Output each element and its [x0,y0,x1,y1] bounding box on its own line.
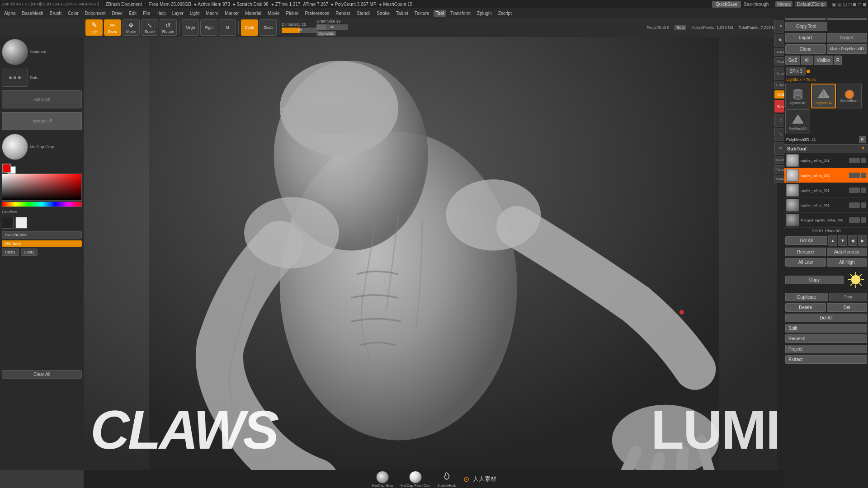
menu-layer[interactable]: Layer [170,10,186,17]
menu-zplugin[interactable]: Zplugin [475,10,494,17]
auto-reorder-btn[interactable]: AutoReorder [827,248,868,256]
draw-size-slider[interactable]: 19 [316,24,348,30]
tiny-btn1[interactable]: Tmp [829,293,868,301]
zsub-btn[interactable]: Zsub [259,19,277,36]
scale-btn[interactable]: ⤡ Scale [141,19,158,36]
menu-stencil[interactable]: Stencil [354,10,373,17]
draw-btn[interactable]: ✏ Draw [104,19,121,36]
hue-slider[interactable] [2,202,82,207]
list-all-btn[interactable]: List All [785,236,827,245]
menus-btn[interactable]: Menus [775,1,793,7]
matcap-pearl-cav-preview[interactable]: MatCap Pearl Cav [401,471,430,488]
matcap-gray-preview[interactable]: MatCap Gray [372,471,393,488]
visible-btn[interactable]: Visible [814,56,833,65]
menu-zscript[interactable]: Zscript [496,10,514,17]
subtool-item-1[interactable]: raptile_refine_001 [784,153,868,168]
del-all-btn[interactable]: Del All [785,314,867,322]
move-btn[interactable]: ✥ Move [123,19,140,36]
menu-edit[interactable]: Edit [127,10,139,17]
import-btn[interactable]: Import [785,33,826,42]
gradient-swatch-1[interactable] [2,217,14,229]
menu-material[interactable]: Material [243,10,264,17]
rename-btn[interactable]: Rename [785,248,826,256]
goz-btn[interactable]: GoZ [785,56,800,65]
best-btn[interactable]: Best [675,25,686,30]
arrow-down-btn[interactable]: ▼ [838,235,847,246]
matcap-preview[interactable] [2,134,28,160]
arrow-left-btn[interactable]: ◀ [848,235,857,246]
light-icon[interactable] [844,268,867,291]
menu-file[interactable]: File [141,10,152,17]
r-btn2[interactable]: R [859,136,867,143]
cylinder3d-thumb[interactable]: Cylinder3D [785,84,810,108]
default-zscript-btn[interactable]: DefaultZScript [795,1,827,7]
quick-save-btn[interactable]: QuickSave [712,1,741,8]
menu-movie[interactable]: Movie [265,10,282,17]
all-high-btn[interactable]: All High [827,258,868,267]
menu-texture[interactable]: Texture [412,10,432,17]
cust2-btn[interactable]: Cust2 [21,249,38,256]
texture-preview[interactable]: Texture Off [2,112,82,130]
color-picker[interactable] [2,174,82,201]
z-intensity-slider[interactable]: 25 [282,28,318,33]
dynamic-btn[interactable]: Dynamic [316,31,336,36]
menu-document[interactable]: Document [83,10,108,17]
alpha-preview[interactable]: Alpha Off [2,90,82,108]
menu-transform[interactable]: Transform [448,10,473,17]
arrow-right-btn[interactable]: ▶ [858,235,867,246]
menu-macro[interactable]: Macro [203,10,221,17]
menu-marker[interactable]: Marker [222,10,241,17]
subtool-header[interactable]: SubTool ▼ [784,144,868,153]
menu-tablet[interactable]: Tablet [394,10,410,17]
all-low-btn[interactable]: All Low [785,258,826,267]
all-btn[interactable]: All [801,56,812,65]
menu-stroke[interactable]: Stroke [374,10,392,17]
alternate-btn[interactable]: Alternate [2,240,82,247]
remesh-btn[interactable]: Remesh [785,334,867,343]
menu-render[interactable]: Render [333,10,353,17]
extract-btn[interactable]: Extract [785,355,867,364]
delete-btn[interactable]: Delete [785,303,826,312]
copy-btn[interactable]: Copy [785,276,844,284]
cust1-btn[interactable]: Cust1 [2,249,19,256]
switch-color-btn[interactable]: SwitchColor [2,231,82,239]
arrow-up-btn[interactable]: ▲ [828,235,837,246]
spix-btn[interactable]: SPix 3 [786,67,806,75]
project-btn[interactable]: Project [785,345,867,353]
r-btn[interactable]: R [834,56,842,65]
export-btn[interactable]: Export [827,33,868,42]
mrgb-btn[interactable]: Mrgb [182,19,199,36]
edit-btn[interactable]: ✎ Edit [85,19,103,36]
menu-alpha[interactable]: Alpha [2,10,18,17]
duplicate-btn[interactable]: Duplicate [785,293,828,301]
menu-light[interactable]: Light [188,10,202,17]
subtool-item-3[interactable]: raptile_refine_001 [784,183,868,198]
polymesh3d-thumb-selected[interactable]: PolyMesh3D [811,84,836,108]
foreground-color[interactable] [2,164,11,173]
gradient-swatch-2[interactable] [15,217,27,229]
rgb-btn[interactable]: Rgb [200,19,217,36]
dots-preview[interactable] [2,69,28,87]
polymesh3d-thumb2[interactable]: PolyMesh3D [785,109,810,134]
simplebush-thumb[interactable]: SimpleBrush [837,84,862,108]
brush-preview[interactable] [2,39,28,65]
clone-btn[interactable]: Clone [785,44,826,54]
m-btn[interactable]: M [219,19,236,36]
menu-basemesh[interactable]: BaseMesh [20,10,46,17]
subtool-item-2[interactable]: raptile_refine_002 [784,168,868,183]
split-btn[interactable]: Split [785,324,867,333]
zadd-btn[interactable]: Zadd [241,19,258,36]
rotate-btn[interactable]: ↺ Rotate [160,19,177,36]
menu-draw[interactable]: Draw [109,10,124,17]
clear-all-btn[interactable]: Clear All [2,370,82,379]
menu-help[interactable]: Help [154,10,168,17]
subtool-item-merged[interactable]: Merged_raptile_refine_001 [784,213,868,228]
copy-tool-btn[interactable]: Copy Tool [785,22,827,31]
make-polymesh3d-btn[interactable]: Make PolyMesh3D [827,44,868,54]
menu-color[interactable]: Color [66,10,81,17]
menu-brush[interactable]: Brush [47,10,64,17]
snakehook-preview[interactable]: SnakeHook [437,471,456,488]
menu-preferences[interactable]: Preferences [302,10,331,17]
subtool-item-4[interactable]: raptile_refine_001 [784,198,868,213]
menu-tool[interactable]: Tool [434,10,446,17]
